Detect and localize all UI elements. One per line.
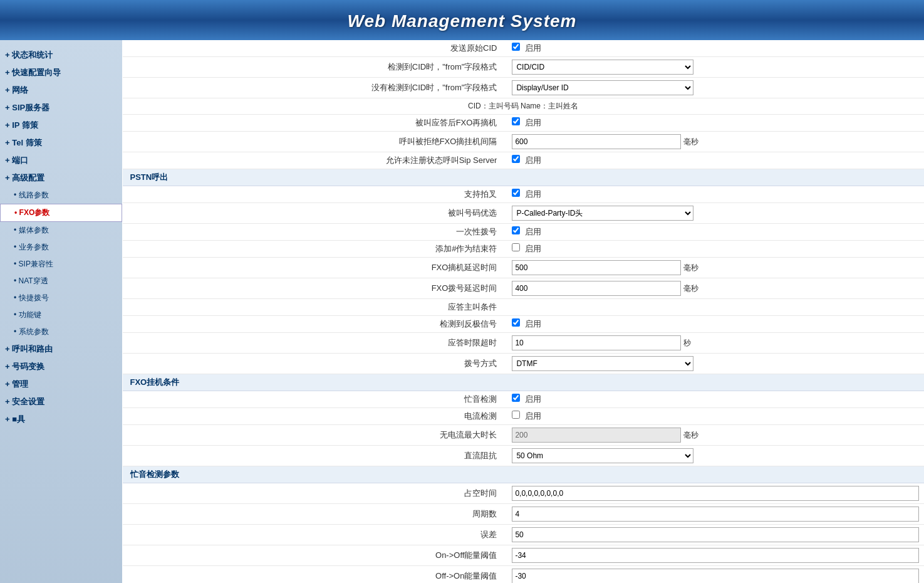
- busy-detect-section-title: 忙音检测参数: [123, 466, 924, 483]
- row-answer-condition: 应答主叫条件: [123, 299, 924, 316]
- sidebar-item-sysparams[interactable]: 系统参数: [0, 323, 122, 340]
- sidebar-item-fxo-params[interactable]: FXO参数: [0, 204, 122, 222]
- label-no-cid-from: 没有检测到CID时，"from"字段格式: [123, 78, 507, 98]
- main-content: 发送原始CID 启用 检测到CID时，"from"字段格式 CID/CID Di…: [122, 40, 924, 583]
- value-dc-impedance: 50 Ohm 100 Ohm 150 Ohm 200 Ohm 600 Ohm: [507, 446, 923, 466]
- sidebar-item-tel-policy[interactable]: Tel 筛策: [0, 134, 122, 152]
- value-answer-timeout: 10 秒: [507, 333, 923, 354]
- app-title: Web Management System: [0, 11, 924, 31]
- row-on-off-threshold: On->Off能量阈值 -34: [123, 545, 924, 566]
- row-off-on-threshold: Off->On能量阈值 -30: [123, 566, 924, 584]
- sidebar-item-ip-policy[interactable]: IP 筛策: [0, 117, 122, 134]
- select-dial-mode[interactable]: DTMF 脉冲 自动: [512, 356, 693, 371]
- settings-table: 发送原始CID 启用 检测到CID时，"from"字段格式 CID/CID Di…: [122, 40, 924, 583]
- checkbox-support-busy[interactable]: [512, 189, 520, 197]
- sidebar-item-biz-params[interactable]: 业务参数: [0, 239, 122, 256]
- row-no-cid-from: 没有检测到CID时，"from"字段格式 Display/User ID CID…: [123, 78, 924, 98]
- value-off-on-threshold: -30: [507, 566, 923, 584]
- sidebar-item-status[interactable]: 状态和统计: [0, 46, 122, 64]
- select-no-cid-from[interactable]: Display/User ID CID/User ID: [512, 80, 693, 95]
- value-answer-fxo: 启用: [507, 115, 923, 132]
- label-fxo-dial-delay: FXO拨号延迟时间: [123, 278, 507, 299]
- row-detect-reverse: 检测到反极信号 启用: [123, 316, 924, 333]
- input-idle-time[interactable]: 0,0,0,0,0,0,0,0: [512, 486, 918, 501]
- input-cycles[interactable]: 4: [512, 507, 918, 522]
- value-send-original-cid: 启用: [507, 40, 923, 57]
- sidebar-item-port[interactable]: 端口: [0, 152, 122, 169]
- checkbox-label-single-dial: 启用: [525, 227, 541, 236]
- input-fxo-dial-delay[interactable]: 400: [512, 281, 681, 296]
- label-unregistered: 允许未注册状态呼叫Sip Server: [123, 152, 507, 169]
- checkbox-add-hash[interactable]: [512, 243, 520, 251]
- input-reject-interval[interactable]: 600: [512, 134, 681, 149]
- input-on-off-threshold[interactable]: -34: [512, 548, 918, 563]
- pstn-section-title: PSTN呼出: [123, 169, 924, 186]
- checkbox-busy-detect[interactable]: [512, 394, 520, 402]
- sidebar-item-quickconfig[interactable]: 快速配置向导: [0, 64, 122, 81]
- sidebar-item-nat[interactable]: NAT穿透: [0, 273, 122, 290]
- checkbox-detect-reverse[interactable]: [512, 318, 520, 327]
- sidebar-item-sip[interactable]: SIP服务器: [0, 99, 122, 117]
- label-answer-timeout: 应答时限超时: [123, 333, 507, 354]
- sidebar-item-tools[interactable]: ■具: [0, 411, 122, 428]
- row-unregistered: 允许未注册状态呼叫Sip Server 启用: [123, 152, 924, 169]
- input-fxo-offhook-delay[interactable]: 500: [512, 260, 681, 275]
- checkbox-single-dial[interactable]: [512, 226, 520, 234]
- checkbox-current-detect[interactable]: [512, 411, 520, 419]
- row-idle-time: 占空时间 0,0,0,0,0,0,0,0: [123, 483, 924, 504]
- sidebar-item-call-routing[interactable]: 呼叫和路由: [0, 340, 122, 358]
- value-dial-mode: DTMF 脉冲 自动: [507, 354, 923, 374]
- select-detect-cid-from[interactable]: CID/CID Display/CID CID/Display: [512, 60, 693, 75]
- checkbox-label-unregistered: 启用: [525, 155, 541, 165]
- label-dial-mode: 拨号方式: [123, 354, 507, 374]
- value-reject-interval: 600 毫秒: [507, 132, 923, 152]
- sidebar-item-advanced[interactable]: 高级配置: [0, 169, 122, 187]
- sidebar-item-trunk-params[interactable]: 线路参数: [0, 187, 122, 204]
- sidebar-item-security[interactable]: 安全设置: [0, 393, 122, 411]
- input-off-on-threshold[interactable]: -30: [512, 569, 918, 583]
- value-busy-detect: 启用: [507, 391, 923, 408]
- checkbox-answer-fxo[interactable]: [512, 117, 520, 125]
- value-no-cid-from: Display/User ID CID/User ID: [507, 78, 923, 98]
- value-single-dial: 启用: [507, 224, 923, 241]
- sidebar-item-sip-compat[interactable]: SIP兼容性: [0, 256, 122, 273]
- label-on-off-threshold: On->Off能量阈值: [123, 545, 507, 566]
- checkbox-unregistered[interactable]: [512, 155, 520, 163]
- sidebar-item-management[interactable]: 管理: [0, 376, 122, 393]
- cid-info-text: CID：主叫号码 Name：主叫姓名: [468, 102, 578, 110]
- row-fxo-dial-delay: FXO拨号延迟时间 400 毫秒: [123, 278, 924, 299]
- row-fxo-offhook-delay: FXO摘机延迟时间 500 毫秒: [123, 258, 924, 278]
- label-current-detect: 电流检测: [123, 408, 507, 425]
- select-called-number[interactable]: P-Called-Party-ID头 Request-URI To头: [512, 206, 693, 221]
- value-no-current-max: 200 毫秒: [507, 425, 923, 446]
- sidebar-item-speedial[interactable]: 快捷拨号: [0, 290, 122, 307]
- fxo-hangup-section-title: FXO挂机条件: [123, 374, 924, 391]
- sidebar-item-media-params[interactable]: 媒体参数: [0, 222, 122, 239]
- label-error: 误差: [123, 525, 507, 545]
- row-busy-detect-header: 忙音检测参数: [123, 466, 924, 483]
- checkbox-label-send-original-cid: 启用: [525, 43, 541, 53]
- row-busy-detect: 忙音检测 启用: [123, 391, 924, 408]
- label-cycles: 周期数: [123, 504, 507, 525]
- label-busy-detect: 忙音检测: [123, 391, 507, 408]
- input-no-current-max[interactable]: 200: [512, 428, 681, 443]
- input-answer-timeout[interactable]: 10: [512, 335, 681, 350]
- row-cid-info: CID：主叫号码 Name：主叫姓名: [123, 98, 924, 115]
- sidebar-item-number-convert[interactable]: 号码变换: [0, 358, 122, 376]
- label-idle-time: 占空时间: [123, 483, 507, 504]
- row-fxo-hangup-header: FXO挂机条件: [123, 374, 924, 391]
- value-add-hash: 启用: [507, 241, 923, 258]
- checkbox-send-original-cid[interactable]: [512, 43, 520, 51]
- label-reject-interval: 呼叫被拒绝FXO摘挂机间隔: [123, 132, 507, 152]
- sidebar-item-network[interactable]: 网络: [0, 81, 122, 99]
- input-error[interactable]: 50: [512, 527, 918, 542]
- sidebar-item-funckeys[interactable]: 功能键: [0, 307, 122, 323]
- value-cycles: 4: [507, 504, 923, 525]
- value-called-number: P-Called-Party-ID头 Request-URI To头: [507, 203, 923, 224]
- label-off-on-threshold: Off->On能量阈值: [123, 566, 507, 584]
- label-called-number: 被叫号码优选: [123, 203, 507, 224]
- row-support-busy: 支持拍叉 启用: [123, 186, 924, 203]
- select-dc-impedance[interactable]: 50 Ohm 100 Ohm 150 Ohm 200 Ohm 600 Ohm: [512, 448, 693, 463]
- value-current-detect: 启用: [507, 408, 923, 425]
- checkbox-label-busy-detect: 启用: [525, 394, 541, 404]
